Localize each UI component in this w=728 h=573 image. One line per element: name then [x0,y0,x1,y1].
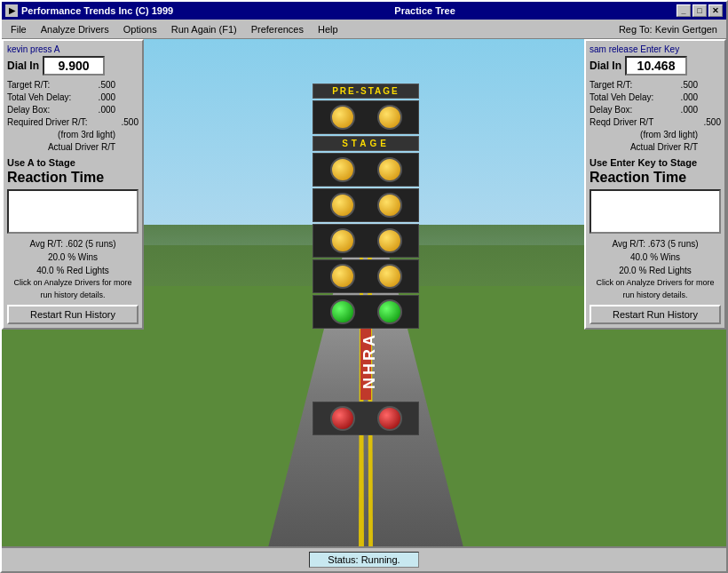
left-rt-heading: Reaction Time [7,170,138,186]
left-veh-delay-val: .000 [92,92,115,104]
minimize-button[interactable]: _ [677,4,691,17]
left-delay-box-val: .000 [92,104,115,116]
status-text: Status: Running. [309,552,418,568]
right-panel: sam release Enter Key Dial In Target R/T… [584,39,726,330]
right-veh-delay-val: .000 [675,92,698,104]
left-dial-row: Dial In [7,56,138,76]
title-center: Practice Tree [173,5,677,16]
left-instruction: kevin press A [7,44,138,54]
red-right [377,406,402,431]
pre-stage-bulb-right [377,105,402,130]
left-rt-box [7,189,138,234]
right-avg-stats: Avg R/T: .673 (5 runs) 40.0 % Wins 20.0 … [590,237,721,301]
status-bar: Status: Running. [2,546,726,571]
amber-row-1 [313,188,419,222]
stage-bulb-left [330,157,355,182]
right-use-key: Use Enter Key to Stage [590,157,721,168]
right-avg-rt: Avg R/T: .673 (5 runs) [590,237,721,251]
right-restart-button[interactable]: Restart Run History [590,305,721,324]
tower-pole: NHRA [360,329,371,400]
right-rt-heading: Reaction Time [590,170,721,186]
right-actual: Actual Driver R/T [590,141,698,154]
right-target-rt-val: .500 [675,79,698,92]
right-delay-box-val: .000 [675,104,698,116]
menu-analyze-drivers[interactable]: Analyze Drivers [34,22,116,36]
title-controls: _ □ ✕ [677,4,723,17]
right-req-rt-val: .500 [698,116,721,129]
red-left [330,406,355,431]
left-wins: 20.0 % Wins [7,251,138,264]
stage-lights [313,153,419,187]
pre-stage-lights [313,100,419,134]
pre-stage-bulb-left [330,105,355,130]
left-target-rt-val: .500 [92,79,115,92]
nhra-label: NHRA [360,329,371,393]
app-icon: ▶ [5,4,18,17]
amber1-left [330,193,355,218]
left-restart-button[interactable]: Restart Run History [7,305,138,324]
main-content: PRE-STAGE STAGE [2,39,726,571]
left-use-key: Use A to Stage [7,157,138,168]
right-delay-box-label: Delay Box: [590,104,675,116]
right-stats: Target R/T:.500 Total Veh Delay:.000 Del… [590,79,721,154]
menu-run-again[interactable]: Run Again (F1) [164,22,244,36]
stage-bulb-right [377,157,402,182]
right-dial-input[interactable] [625,56,687,76]
right-veh-delay-label: Total Veh Delay: [590,92,675,104]
amber-row-2 [313,224,419,258]
right-wins: 40.0 % Wins [590,251,721,264]
left-target-rt-label: Target R/T: [7,79,92,92]
amber-row-3 [313,259,419,293]
stage-label: STAGE [313,136,419,151]
title-bar: ▶ Performance Trends Inc (C) 1999 Practi… [2,2,726,20]
menu-file[interactable]: File [4,22,34,36]
right-red-lights: 20.0 % Red Lights [590,264,721,277]
left-dial-input[interactable] [43,56,105,76]
right-rt-box [590,189,721,234]
red-row [313,402,419,435]
title-left: Performance Trends Inc (C) 1999 [21,5,173,16]
left-from-3rd: (from 3rd light) [7,129,115,141]
left-click-note: Click on Analyze Drivers for more run hi… [7,277,138,301]
left-req-rt-val: .500 [115,116,138,129]
left-red-lights: 40.0 % Red Lights [7,264,138,277]
amber2-right [377,228,402,253]
left-avg-stats: Avg R/T: .602 (5 runs) 20.0 % Wins 40.0 … [7,237,138,301]
menu-options[interactable]: Options [116,22,164,36]
right-from-3rd: (from 3rd light) [590,129,698,141]
light-tower: PRE-STAGE STAGE [313,84,419,435]
left-stats: Target R/T:.500 Total Veh Delay:.000 Del… [7,79,138,154]
amber2-left [330,228,355,253]
right-click-note: Click on Analyze Drivers for more run hi… [590,277,721,301]
left-delay-box-label: Delay Box: [7,104,92,116]
left-avg-rt: Avg R/T: .602 (5 runs) [7,237,138,251]
green-row [313,295,419,329]
left-dial-label: Dial In [7,60,39,72]
left-veh-delay-label: Total Veh Delay: [7,92,92,104]
left-req-rt-label: Required Driver R/T: [7,116,115,129]
menu-preferences[interactable]: Preferences [244,22,311,36]
right-target-rt-label: Target R/T: [590,79,675,92]
green-left [330,299,355,324]
reg-text: Reg To: Kevin Gertgen [612,22,724,36]
amber3-right [377,264,402,289]
right-dial-label: Dial In [590,60,621,72]
green-right [377,299,402,324]
right-req-rt-label: Reqd Driver R/T [590,116,698,129]
menu-help[interactable]: Help [311,22,345,36]
menu-bar: File Analyze Drivers Options Run Again (… [2,20,726,39]
maximize-button[interactable]: □ [692,4,707,17]
main-window: ▶ Performance Trends Inc (C) 1999 Practi… [0,0,728,573]
amber3-left [330,264,355,289]
right-dial-row: Dial In [590,56,721,76]
pre-stage-label: PRE-STAGE [313,84,419,99]
close-button[interactable]: ✕ [708,4,723,17]
left-actual: Actual Driver R/T [7,141,115,154]
right-instruction: sam release Enter Key [590,44,721,54]
left-panel: kevin press A Dial In Target R/T:.500 To… [2,39,144,330]
amber1-right [377,193,402,218]
